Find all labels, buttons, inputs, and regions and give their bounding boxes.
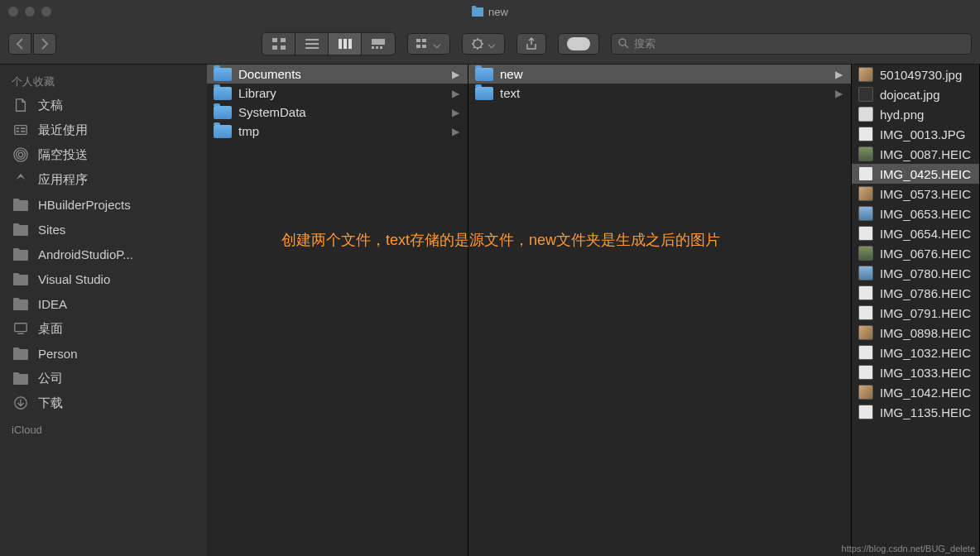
file-thumbnail [858,345,873,360]
column-1: new▶text▶ [468,65,852,556]
folder-item[interactable]: tmp▶ [207,122,468,141]
traffic-lights [8,7,51,17]
item-label: text [500,86,520,100]
svg-rect-12 [376,46,378,49]
svg-rect-23 [17,131,20,132]
desktop-icon [12,320,30,337]
file-item[interactable]: IMG_0791.HEIC [852,303,979,323]
chevron-right-icon: ▶ [452,88,459,99]
file-item[interactable]: IMG_0786.HEIC [852,283,979,303]
sidebar-item-1[interactable]: 最近使用 [0,117,207,142]
file-item[interactable]: hyd.png [852,104,979,124]
column-view-button[interactable] [329,33,362,55]
item-label: IMG_0780.HEIC [880,266,971,280]
tags-button[interactable] [558,33,599,55]
view-mode-group [262,32,396,55]
sidebar-item-label: 文稿 [38,98,63,113]
item-label: IMG_1135.HEIC [880,405,971,419]
window-title: new [472,6,508,18]
file-thumbnail [858,325,873,340]
svg-rect-1 [281,38,286,42]
main-content: 个人收藏 文稿最近使用隔空投送应用程序HBuilderProjectsSites… [0,65,980,556]
folder-item[interactable]: Documents▶ [207,65,468,84]
sidebar-item-12[interactable]: 下载 [0,391,207,415]
folder-item[interactable]: SystemData▶ [207,103,468,122]
forward-button[interactable] [33,33,56,55]
sidebar-item-8[interactable]: IDEA [0,291,207,316]
folder-item[interactable]: new▶ [468,65,851,84]
share-button[interactable] [516,33,546,55]
sidebar-item-label: Sites [38,223,65,237]
icon-view-button[interactable] [262,33,295,55]
svg-rect-14 [416,39,420,42]
arrange-button[interactable]: ⌵ [407,33,450,55]
item-label: IMG_1033.HEIC [880,366,971,380]
file-item[interactable]: IMG_1135.HEIC [852,402,979,422]
file-item[interactable]: IMG_0087.HEIC [852,144,979,164]
sidebar-item-2[interactable]: 隔空投送 [0,142,207,167]
chevron-down-icon: ⌵ [488,36,496,51]
svg-rect-17 [422,45,426,48]
search-box[interactable] [611,33,972,55]
sidebar-item-0[interactable]: 文稿 [0,93,207,117]
sidebar-item-9[interactable]: 桌面 [0,316,207,341]
back-button[interactable] [8,33,31,55]
svg-point-26 [18,152,22,156]
sidebar-item-5[interactable]: Sites [0,217,207,242]
item-label: IMG_0654.HEIC [880,227,971,241]
sidebar-item-label: 桌面 [38,321,63,337]
file-item[interactable]: IMG_0573.HEIC [852,184,979,204]
file-thumbnail [858,166,873,181]
file-item[interactable]: IMG_0780.HEIC [852,263,979,283]
item-label: Documents [238,67,301,81]
file-item[interactable]: IMG_1033.HEIC [852,362,979,382]
minimize-button[interactable] [25,7,35,17]
sidebar-item-4[interactable]: HBuilderProjects [0,192,207,217]
folder-icon [12,246,30,262]
file-item[interactable]: IMG_0013.JPG [852,124,979,144]
sidebar-item-6[interactable]: AndroidStudioP... [0,242,207,266]
svg-rect-3 [281,46,286,50]
sidebar-item-label: Person [38,347,78,361]
action-button[interactable]: ⌵ [462,33,505,55]
file-thumbnail [858,186,873,201]
svg-rect-15 [422,39,426,42]
sidebar-section-icloud: iCloud [0,420,207,439]
chevron-right-icon: ▶ [835,69,843,80]
item-label: IMG_0898.HEIC [880,326,971,340]
sidebar-item-11[interactable]: 公司 [0,366,207,391]
column-0: Documents▶Library▶SystemData▶tmp▶ [207,65,468,556]
svg-rect-8 [343,39,347,49]
folder-icon [12,345,30,362]
sidebar-item-7[interactable]: Visual Studio [0,266,207,291]
list-view-button[interactable] [295,33,329,55]
item-label: IMG_0013.JPG [880,127,965,141]
folder-item[interactable]: Library▶ [207,84,468,103]
file-item[interactable]: dojocat.jpg [852,84,979,104]
gallery-view-button[interactable] [362,33,395,55]
svg-rect-4 [305,39,319,41]
file-item[interactable]: IMG_0654.HEIC [852,223,979,243]
file-item[interactable]: IMG_0676.HEIC [852,243,979,263]
svg-rect-2 [272,46,277,50]
sidebar-item-label: 公司 [38,371,63,386]
file-item[interactable]: IMG_1042.HEIC [852,382,979,402]
file-thumbnail [858,285,873,300]
file-item[interactable]: 501049730.jpg [852,65,979,84]
folder-icon [12,295,30,312]
folder-item[interactable]: text▶ [468,84,851,103]
close-button[interactable] [8,7,18,17]
maximize-button[interactable] [41,7,51,17]
item-label: IMG_0786.HEIC [880,286,971,300]
file-item[interactable]: IMG_0425.HEIC [852,164,979,184]
sidebar-item-10[interactable]: Person [0,341,207,366]
sidebar-item-3[interactable]: 应用程序 [0,167,207,192]
folder-icon [12,221,30,237]
file-thumbnail [858,206,873,221]
file-item[interactable]: IMG_1032.HEIC [852,343,979,362]
search-input[interactable] [634,37,964,50]
sidebar-item-label: Visual Studio [38,272,110,286]
file-item[interactable]: IMG_0898.HEIC [852,323,979,343]
file-item[interactable]: IMG_0653.HEIC [852,204,979,223]
recent-icon [12,122,30,138]
